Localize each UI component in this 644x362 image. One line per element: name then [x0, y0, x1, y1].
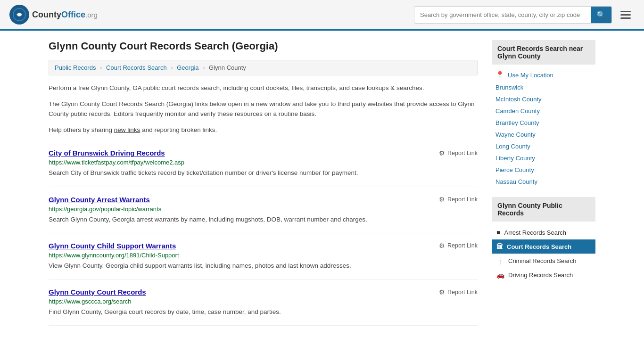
report-link[interactable]: ⚙ Report Link: [439, 149, 478, 157]
report-icon: ⚙: [439, 242, 445, 249]
header-right: 🔍: [414, 6, 635, 24]
nav-item-label: Driving Records Search: [508, 272, 573, 279]
breadcrumb-sep3: ›: [203, 64, 205, 71]
result-title[interactable]: Glynn County Court Records: [49, 288, 146, 296]
sidebar: Court Records Search near Glynn County 📍…: [492, 40, 595, 326]
report-icon: ⚙: [439, 149, 445, 157]
result-title[interactable]: City of Brunswick Driving Records: [49, 149, 165, 157]
nav-item-icon: ■: [496, 229, 500, 236]
use-location[interactable]: 📍 Use My Location: [492, 68, 595, 82]
records-section-title: Glynn County Public Records: [492, 197, 595, 222]
result-desc: Search City of Brunswick traffic tickets…: [49, 168, 478, 178]
result-item: Glynn County Court Records ⚙ Report Link…: [49, 280, 478, 326]
page-title: Glynn County Court Records Search (Georg…: [49, 40, 478, 52]
result-url[interactable]: https://www.ticketfastpay.com/tfpay/welc…: [49, 159, 478, 166]
nav-item-icon: 🏛: [496, 243, 503, 250]
nearby-links-container: BrunswickMcIntosh CountyCamden CountyBra…: [492, 82, 595, 188]
result-title-row: Glynn County Arrest Warrants ⚙ Report Li…: [49, 196, 478, 204]
menu-icon-line3: [620, 17, 631, 19]
nearby-link[interactable]: Nassau County: [492, 176, 595, 188]
breadcrumb-court-records[interactable]: Court Records Search: [106, 64, 167, 71]
description-2: The Glynn County Court Records Search (G…: [49, 99, 478, 119]
report-link[interactable]: ⚙ Report Link: [439, 196, 478, 203]
search-bar: 🔍: [414, 6, 612, 24]
nearby-link[interactable]: Long County: [492, 140, 595, 152]
breadcrumb-sep1: ›: [100, 64, 102, 71]
nav-item-label: Arrest Records Search: [504, 229, 566, 236]
report-label: Report Link: [447, 289, 478, 296]
nearby-section-title: Court Records Search near Glynn County: [492, 40, 595, 65]
nav-item[interactable]: 🏛 Court Records Search: [492, 239, 595, 254]
result-title-row: Glynn County Court Records ⚙ Report Link: [49, 288, 478, 296]
nearby-link[interactable]: Camden County: [492, 105, 595, 117]
breadcrumb-current: Glynn County: [209, 64, 246, 71]
result-item: Glynn County Arrest Warrants ⚙ Report Li…: [49, 187, 478, 233]
report-icon: ⚙: [439, 196, 445, 203]
result-desc: Search Glynn County, Georgia arrest warr…: [49, 215, 478, 224]
nav-item-icon: ❕: [496, 257, 504, 264]
nav-item-icon: 🚗: [496, 271, 504, 279]
report-label: Report Link: [447, 242, 478, 249]
nav-item-label: Court Records Search: [507, 243, 571, 250]
breadcrumb-sep2: ›: [171, 64, 173, 71]
description-1: Perform a free Glynn County, GA public c…: [49, 83, 478, 93]
result-desc: Find Glynn County, Georgia court records…: [49, 307, 478, 317]
logo-icon: [9, 5, 29, 25]
nav-item[interactable]: ■ Arrest Records Search: [492, 225, 595, 239]
nav-item[interactable]: ❕ Criminal Records Search: [492, 254, 595, 268]
nearby-link[interactable]: McIntosh County: [492, 93, 595, 105]
search-button[interactable]: 🔍: [591, 7, 611, 23]
nav-item-label: Criminal Records Search: [508, 257, 577, 264]
result-title[interactable]: Glynn County Arrest Warrants: [49, 196, 150, 204]
nearby-link[interactable]: Brantley County: [492, 117, 595, 129]
result-title[interactable]: Glynn County Child Support Warrants: [49, 242, 176, 250]
nav-items-container: ■ Arrest Records Search 🏛 Court Records …: [492, 225, 595, 282]
nearby-link[interactable]: Brunswick: [492, 82, 595, 93]
result-item: City of Brunswick Driving Records ⚙ Repo…: [49, 140, 478, 187]
main-container: Glynn County Court Records Search (Georg…: [39, 31, 605, 335]
results-container: City of Brunswick Driving Records ⚙ Repo…: [49, 140, 478, 326]
content-area: Glynn County Court Records Search (Georg…: [49, 40, 478, 326]
report-link[interactable]: ⚙ Report Link: [439, 288, 478, 296]
breadcrumb: Public Records › Court Records Search › …: [49, 60, 478, 75]
result-url[interactable]: https://www.glynncounty.org/1891/Child-S…: [49, 252, 478, 259]
result-title-row: Glynn County Child Support Warrants ⚙ Re…: [49, 242, 478, 250]
location-pin-icon: 📍: [495, 71, 504, 79]
logo-text: CountyOffice.org: [32, 10, 98, 20]
use-location-label: Use My Location: [508, 72, 553, 79]
nav-item[interactable]: 🚗 Driving Records Search: [492, 268, 595, 282]
desc3-suffix: and reporting broken links.: [142, 126, 217, 133]
result-item: Glynn County Child Support Warrants ⚙ Re…: [49, 233, 478, 280]
menu-icon-line2: [620, 14, 631, 16]
nearby-link[interactable]: Wayne County: [492, 129, 595, 140]
report-link[interactable]: ⚙ Report Link: [439, 242, 478, 249]
report-label: Report Link: [447, 150, 478, 156]
breadcrumb-georgia[interactable]: Georgia: [177, 64, 198, 71]
result-url[interactable]: https://www.gsccca.org/search: [49, 298, 478, 305]
search-input[interactable]: [414, 8, 591, 22]
breadcrumb-public-records[interactable]: Public Records: [55, 64, 96, 71]
report-label: Report Link: [447, 196, 478, 203]
logo-area: CountyOffice.org: [9, 5, 98, 25]
nearby-section: Court Records Search near Glynn County 📍…: [492, 40, 595, 188]
result-url[interactable]: https://georgia.gov/popular-topic/warran…: [49, 206, 478, 213]
menu-button[interactable]: [617, 9, 635, 21]
description-3: Help others by sharing new links and rep…: [49, 125, 478, 135]
records-section: Glynn County Public Records ■ Arrest Rec…: [492, 197, 595, 282]
menu-icon-line1: [620, 11, 631, 12]
nearby-link[interactable]: Pierce County: [492, 164, 595, 176]
site-header: CountyOffice.org 🔍: [0, 0, 644, 31]
svg-point-1: [18, 13, 21, 16]
report-icon: ⚙: [439, 288, 445, 296]
result-title-row: City of Brunswick Driving Records ⚙ Repo…: [49, 149, 478, 157]
new-links-link[interactable]: new links: [114, 126, 140, 133]
desc3-prefix: Help others by sharing: [49, 126, 112, 133]
nearby-link[interactable]: Liberty County: [492, 152, 595, 164]
result-desc: View Glynn County, Georgia child support…: [49, 261, 478, 271]
